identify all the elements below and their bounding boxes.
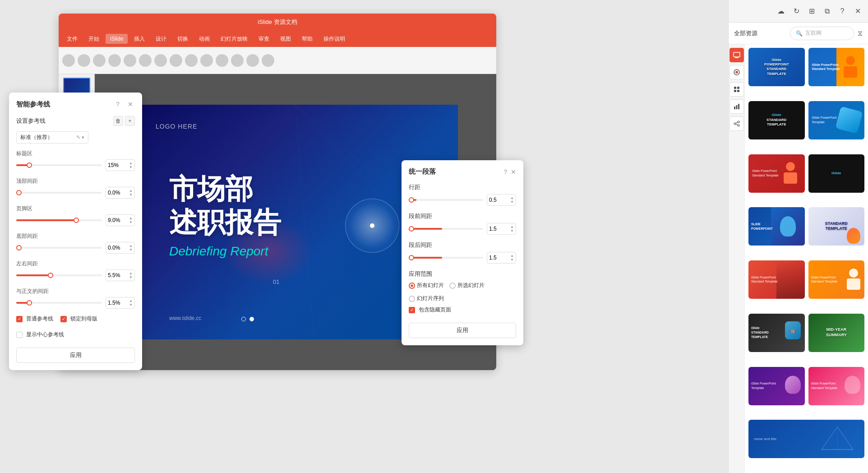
top-margin-track[interactable]: [16, 192, 102, 194]
template-card-6[interactable]: iSlide: [808, 154, 865, 193]
template-card-12[interactable]: MID-YEARSUMMARY: [808, 314, 865, 352]
template-card-15[interactable]: name and title: [748, 420, 864, 458]
checkbox-normal-guide[interactable]: ✓ 普通参考线: [16, 315, 53, 323]
islide-search-box[interactable]: 🔍 互联网: [790, 27, 854, 40]
checkbox-lock-checked[interactable]: ✓: [60, 316, 67, 322]
menu-transition[interactable]: 切换: [173, 33, 193, 45]
refresh-icon[interactable]: ↻: [791, 6, 801, 16]
menu-start[interactable]: 开始: [84, 33, 104, 45]
line-spacing-value[interactable]: 0.5 ▲▼: [487, 194, 516, 206]
toolbar-btn-6[interactable]: [139, 54, 152, 67]
add-guide-btn[interactable]: +: [125, 116, 135, 126]
bottom-margin-value[interactable]: 0.0% ▲▼: [106, 242, 135, 254]
toolbar-btn-5[interactable]: [124, 54, 136, 67]
checkbox-center-unchecked[interactable]: [16, 332, 23, 338]
template-card-1[interactable]: iSlidePOWERPOINTSTANDARDTEMPLATE: [748, 48, 805, 86]
checkbox-center-guide[interactable]: 显示中心参考线: [16, 331, 135, 339]
top-margin-thumb[interactable]: [16, 190, 22, 195]
lr-margin-thumb[interactable]: [48, 273, 53, 278]
lr-margin-track[interactable]: [16, 274, 102, 276]
checkbox-lock-master[interactable]: ✓ 锁定到母版: [60, 315, 97, 323]
share-icon[interactable]: ⧉: [822, 6, 832, 16]
title-area-thumb[interactable]: [27, 162, 32, 168]
radio-selected-dot[interactable]: [449, 283, 456, 289]
template-card-10[interactable]: iSlide PowerPointStandard Template: [808, 260, 865, 299]
slide-dot-1[interactable]: [241, 317, 246, 321]
menu-view[interactable]: 视图: [276, 33, 295, 45]
grid-icon[interactable]: ⊞: [807, 6, 817, 16]
toolbar-btn-12[interactable]: [231, 54, 244, 67]
menu-animation[interactable]: 动画: [194, 33, 214, 45]
before-spacing-track[interactable]: [409, 228, 483, 230]
template-card-2[interactable]: iSlide PowerPointStandard Template: [808, 48, 865, 86]
lr-margin-value[interactable]: 5.5% ▲▼: [106, 269, 135, 281]
menu-file[interactable]: 文件: [62, 33, 82, 45]
template-card-7[interactable]: SLIDEPOWERPOINT: [748, 207, 805, 246]
close-icon[interactable]: ✕: [126, 100, 135, 109]
toolbar-btn-1[interactable]: [62, 54, 75, 67]
line-spacing-track[interactable]: [409, 199, 483, 201]
before-spacing-value[interactable]: 1.5 ▲▼: [487, 223, 516, 235]
template-card-9[interactable]: iSlide PowerPointStandard Template: [748, 260, 805, 299]
footer-area-value[interactable]: 9.0% ▲▼: [106, 214, 135, 226]
checkbox-normal-checked[interactable]: ✓: [16, 316, 23, 322]
include-hidden-row[interactable]: ✓ 包含隐藏页面: [409, 306, 516, 314]
side-btn-charts[interactable]: [729, 99, 744, 114]
close-panel-icon[interactable]: ✕: [853, 6, 863, 16]
body-margin-thumb[interactable]: [27, 300, 32, 306]
toolbar-btn-3[interactable]: [93, 54, 106, 67]
footer-area-track[interactable]: [16, 219, 102, 221]
cloud-icon[interactable]: ☁: [776, 6, 786, 16]
title-area-value[interactable]: 15% ▲▼: [106, 159, 135, 171]
footer-area-thumb[interactable]: [74, 218, 79, 223]
menu-islide[interactable]: iSlide: [106, 34, 128, 44]
toolbar-btn-4[interactable]: [108, 54, 121, 67]
preset-dropdown[interactable]: 标准（推荐） ✎ ▾: [16, 131, 88, 144]
radio-sequence-dot[interactable]: [409, 296, 415, 302]
filter-icon[interactable]: ⧖: [858, 29, 863, 37]
template-card-5[interactable]: iSlide PowerPointStandard Template: [748, 154, 805, 193]
after-spacing-track[interactable]: [409, 257, 483, 259]
side-btn-color[interactable]: [729, 65, 744, 79]
menu-review[interactable]: 审查: [254, 33, 274, 45]
toolbar-btn-9[interactable]: [185, 54, 198, 67]
template-card-4[interactable]: iSlide PowerPointTemplate: [808, 101, 865, 139]
include-hidden-checkbox[interactable]: ✓: [409, 307, 415, 313]
menu-insert[interactable]: 插入: [129, 33, 149, 45]
radio-selected-slides[interactable]: 所选幻灯片: [449, 282, 485, 289]
para-help-icon[interactable]: ?: [503, 168, 507, 176]
menu-help[interactable]: 帮助: [297, 33, 317, 45]
body-margin-track[interactable]: [16, 302, 102, 304]
smart-guide-apply-btn[interactable]: 应用: [16, 348, 135, 363]
radio-all-slides[interactable]: 所有幻灯片: [409, 282, 444, 289]
edit-icon[interactable]: ✎: [76, 134, 80, 140]
help-icon[interactable]: ?: [113, 100, 122, 109]
toolbar-btn-2[interactable]: [78, 54, 90, 67]
side-btn-slides[interactable]: [729, 48, 744, 62]
toolbar-btn-7[interactable]: [154, 54, 167, 67]
after-spacing-value[interactable]: 1.5 ▲▼: [487, 252, 516, 264]
toolbar-btn-14[interactable]: [262, 54, 274, 67]
template-card-13[interactable]: iSlide PowerPointTemplate: [748, 367, 805, 405]
bottom-margin-track[interactable]: [16, 247, 102, 249]
toolbar-btn-8[interactable]: [170, 54, 182, 67]
template-card-14[interactable]: iSlide PowerPointStandard Template: [808, 367, 865, 405]
toolbar-btn-10[interactable]: [200, 54, 213, 67]
slide-dot-2[interactable]: [249, 317, 254, 321]
title-area-track[interactable]: [16, 164, 102, 166]
radio-all-dot[interactable]: [409, 283, 415, 289]
toolbar-btn-13[interactable]: [246, 54, 259, 67]
template-card-8[interactable]: STANDARDTEMPLATE: [808, 207, 865, 246]
template-card-11[interactable]: 🤖 iSlideSTANDARDTEMPLATE: [748, 314, 805, 352]
toolbar-btn-11[interactable]: [216, 54, 228, 67]
bottom-margin-thumb[interactable]: [16, 245, 22, 250]
body-margin-value[interactable]: 1.5% ▲▼: [106, 297, 135, 309]
radio-sequence-slides[interactable]: 幻灯片序列: [409, 295, 444, 302]
menu-operations[interactable]: 操作说明: [319, 33, 350, 45]
menu-slideshow[interactable]: 幻灯片放映: [216, 33, 252, 45]
template-card-3[interactable]: iSlideSTANDARDTEMPLATE: [748, 101, 805, 139]
top-margin-value[interactable]: 0.0% ▲▼: [106, 187, 135, 199]
paragraph-apply-btn[interactable]: 应用: [409, 323, 516, 338]
dropdown-chevron-icon[interactable]: ▾: [82, 134, 84, 140]
delete-guide-btn[interactable]: 🗑: [113, 116, 123, 126]
